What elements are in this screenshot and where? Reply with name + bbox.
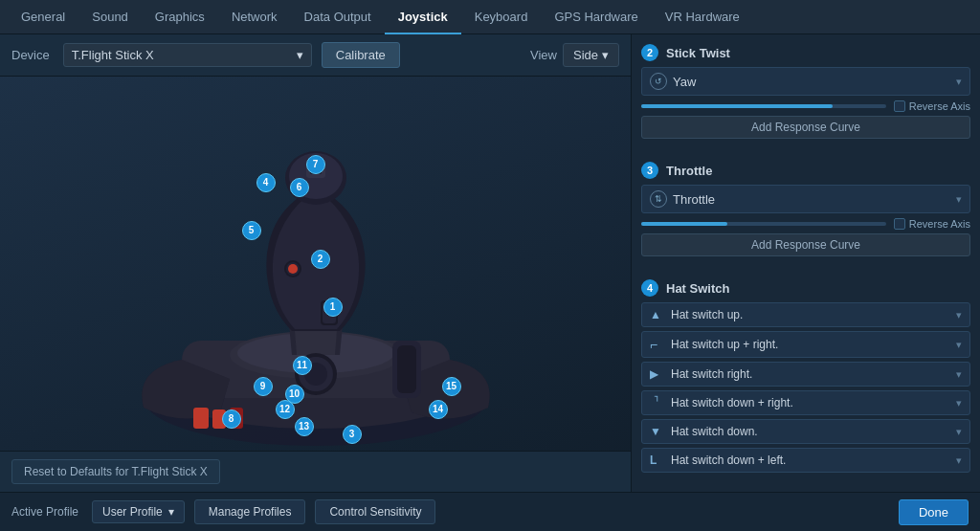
top-nav: General Sound Graphics Network Data Outp… <box>0 0 980 34</box>
badge-12: 12 <box>276 400 295 419</box>
hat-down-right-chevron: ▾ <box>956 397 962 409</box>
badge-13: 13 <box>295 417 314 436</box>
throttle-add-curve-button[interactable]: Add Response Curve <box>641 233 970 256</box>
badge-6: 6 <box>290 178 309 197</box>
nav-vr-hardware[interactable]: VR Hardware <box>652 0 753 34</box>
main-container: Device T.Flight Stick X ▾ Calibrate View… <box>0 34 980 492</box>
hat-down-right-icon: ⌐ <box>651 395 664 410</box>
profile-name: User Profile <box>102 505 163 519</box>
hat-right-chevron: ▾ <box>956 368 962 381</box>
hat-up-icon: ▲ <box>650 308 665 321</box>
hat-right-icon: ▶ <box>650 367 665 381</box>
hat-right-label: Hat switch right. <box>671 367 956 381</box>
section-4-title: Hat Switch <box>666 281 729 296</box>
control-sensitivity-button[interactable]: Control Sensitivity <box>315 499 435 524</box>
yaw-slider-row: Reverse Axis <box>641 100 970 112</box>
hat-down-left[interactable]: L Hat switch down + left. ▾ <box>641 448 970 473</box>
yaw-reverse-checkbox[interactable]: Reverse Axis <box>894 100 970 112</box>
hat-down-right-label: Hat switch down + right. <box>671 396 956 409</box>
yaw-axis-icon: ↺ <box>650 73 667 90</box>
badge-2: 2 <box>311 250 330 269</box>
done-button[interactable]: Done <box>899 499 969 525</box>
throttle-dropdown[interactable]: ⇅ Throttle ▾ <box>641 185 970 213</box>
throttle-slider-fill <box>641 222 727 226</box>
section-2-title: Stick Twist <box>666 46 730 60</box>
section-hat-switch: 4 Hat Switch ▲ Hat switch up. ▾ ⌐ Hat sw… <box>641 279 970 473</box>
device-label: Device <box>11 48 50 62</box>
yaw-slider-fill <box>641 104 833 108</box>
hat-down-left-icon: L <box>650 454 665 467</box>
nav-gps-hardware[interactable]: GPS Hardware <box>541 0 651 34</box>
hat-up-right-label: Hat switch up + right. <box>671 338 956 351</box>
nav-joystick[interactable]: Joystick <box>385 0 461 34</box>
reset-defaults-button[interactable]: Reset to Defaults for T.Flight Stick X <box>11 459 220 484</box>
profile-select[interactable]: User Profile ▾ <box>92 500 185 523</box>
joystick-area: 1 2 3 4 5 6 7 8 9 10 11 12 13 14 15 <box>0 77 631 451</box>
badge-4: 4 <box>256 173 276 192</box>
badge-3: 3 <box>343 425 362 444</box>
yaw-add-curve-button[interactable]: Add Response Curve <box>641 116 970 139</box>
calibrate-button[interactable]: Calibrate <box>322 42 400 68</box>
badge-9: 9 <box>254 377 273 396</box>
section-throttle: 3 Throttle ⇅ Throttle ▾ Reverse Axis <box>641 162 970 266</box>
hat-up-label: Hat switch up. <box>671 308 956 321</box>
badge-8: 8 <box>222 409 241 429</box>
hat-down-right[interactable]: ⌐ Hat switch down + right. ▾ <box>641 390 970 415</box>
section-3-num: 3 <box>641 162 658 179</box>
throttle-chevron: ▾ <box>956 193 962 206</box>
badge-14: 14 <box>429 400 448 419</box>
svg-rect-14 <box>193 408 209 429</box>
section-2-num: 2 <box>641 44 658 61</box>
view-select[interactable]: Side ▾ <box>563 43 619 67</box>
device-select[interactable]: T.Flight Stick X ▾ <box>63 43 312 67</box>
hat-up-right[interactable]: ⌐ Hat switch up + right. ▾ <box>641 331 970 358</box>
hat-up[interactable]: ▲ Hat switch up. ▾ <box>641 302 970 327</box>
footer-bar: Active Profile User Profile ▾ Manage Pro… <box>0 492 980 531</box>
left-panel: Device T.Flight Stick X ▾ Calibrate View… <box>0 34 632 492</box>
view-label: View <box>530 48 557 62</box>
throttle-slider-track[interactable] <box>641 222 886 226</box>
device-bar: Device T.Flight Stick X ▾ Calibrate View… <box>0 34 631 77</box>
nav-general[interactable]: General <box>8 0 78 34</box>
hat-up-chevron: ▾ <box>956 309 962 321</box>
nav-data-output[interactable]: Data Output <box>291 0 385 34</box>
badge-11: 11 <box>293 356 312 375</box>
view-select-chevron: ▾ <box>602 48 609 62</box>
hat-up-right-icon: ⌐ <box>650 337 665 352</box>
throttle-axis-icon: ⇅ <box>650 190 667 208</box>
right-panel: 2 Stick Twist ↺ Yaw ▾ Reverse Axis Ad <box>632 34 980 492</box>
badge-5: 5 <box>242 221 261 240</box>
view-option: Side <box>573 48 598 62</box>
yaw-reverse-label: Reverse Axis <box>909 100 970 112</box>
device-select-chevron: ▾ <box>297 48 303 62</box>
manage-profiles-button[interactable]: Manage Profiles <box>194 499 306 524</box>
section-stick-twist: 2 Stick Twist ↺ Yaw ▾ Reverse Axis Ad <box>641 44 970 148</box>
nav-keyboard[interactable]: Keyboard <box>461 0 542 34</box>
nav-sound[interactable]: Sound <box>78 0 142 34</box>
yaw-reverse-check <box>894 100 905 112</box>
yaw-slider-track[interactable] <box>641 104 886 108</box>
yaw-dropdown[interactable]: ↺ Yaw ▾ <box>641 67 970 96</box>
active-profile-label: Active Profile <box>11 505 78 519</box>
yaw-label: Yaw <box>673 75 696 89</box>
view-area: View Side ▾ <box>530 43 619 67</box>
yaw-chevron: ▾ <box>956 76 962 88</box>
badge-15: 15 <box>442 377 461 396</box>
throttle-slider-row: Reverse Axis <box>641 218 970 230</box>
hat-right[interactable]: ▶ Hat switch right. ▾ <box>641 362 970 387</box>
hat-down-label: Hat switch down. <box>671 425 956 438</box>
throttle-reverse-check <box>894 218 905 230</box>
device-name: T.Flight Stick X <box>72 48 154 62</box>
svg-rect-21 <box>397 345 416 393</box>
throttle-label: Throttle <box>673 192 715 207</box>
throttle-reverse-checkbox[interactable]: Reverse Axis <box>894 218 970 230</box>
throttle-reverse-label: Reverse Axis <box>909 218 970 230</box>
nav-network[interactable]: Network <box>218 0 291 34</box>
section-hat-header: 4 Hat Switch <box>641 279 970 297</box>
section-3-title: Throttle <box>666 164 712 178</box>
nav-graphics[interactable]: Graphics <box>142 0 218 34</box>
section-stick-twist-header: 2 Stick Twist <box>641 44 970 61</box>
bottom-bar: Reset to Defaults for T.Flight Stick X <box>0 451 631 492</box>
hat-down[interactable]: ▼ Hat switch down. ▾ <box>641 419 970 444</box>
badge-1: 1 <box>323 298 343 317</box>
